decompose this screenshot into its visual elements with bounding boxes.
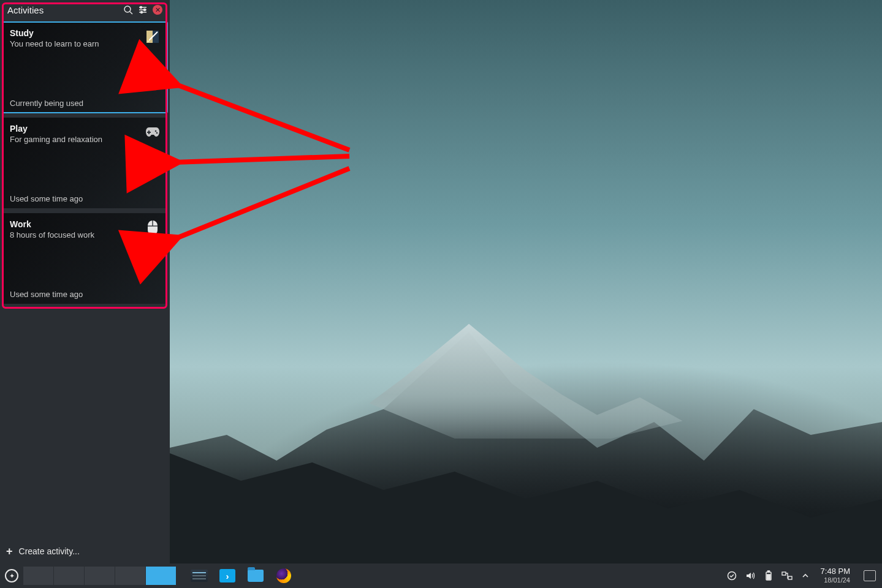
svg-point-5 — [140, 7, 142, 9]
pencil-icon — [144, 28, 161, 45]
virtual-desktop-2[interactable] — [54, 567, 85, 585]
svg-rect-25 — [767, 571, 769, 572]
activities-list: Study You need to learn to earn Currentl… — [0, 20, 170, 311]
taskbar-launchers: › — [189, 567, 294, 585]
virtual-desktop-5[interactable] — [146, 567, 177, 585]
virtual-desktops-pager — [23, 567, 177, 585]
svg-rect-26 — [767, 575, 770, 579]
mouse-icon — [144, 219, 161, 236]
activities-sidebar: Activities ✕ Study You need to learn to … — [0, 0, 170, 564]
virtual-desktop-4[interactable] — [115, 567, 146, 585]
activities-title: Activities — [5, 5, 121, 15]
desktop-wallpaper[interactable] — [170, 0, 882, 564]
activity-title: Play — [10, 124, 160, 134]
svg-point-15 — [156, 132, 158, 134]
start-button[interactable] — [2, 567, 21, 585]
folder-icon — [248, 570, 264, 582]
close-icon[interactable]: ✕ — [150, 2, 165, 17]
activity-card-work[interactable]: Work 8 hours of focused work Used some t… — [2, 213, 167, 304]
virtual-desktop-3[interactable] — [85, 567, 115, 585]
activities-header: Activities ✕ — [0, 0, 170, 20]
activity-title: Work — [10, 219, 160, 229]
system-tray: 7:48 PM 18/01/24 — [726, 567, 880, 584]
svg-point-0 — [124, 6, 131, 12]
svg-rect-9 — [153, 31, 159, 43]
launcher-firefox[interactable] — [273, 567, 294, 585]
svg-point-7 — [141, 12, 143, 13]
system-settings-icon — [191, 570, 208, 582]
updates-icon[interactable] — [726, 570, 737, 581]
activity-desc: You need to learn to earn — [10, 39, 160, 48]
activity-desc: 8 hours of focused work — [10, 230, 160, 239]
virtual-desktop-1[interactable] — [23, 567, 54, 585]
activity-title: Study — [10, 28, 160, 38]
plus-icon: + — [6, 546, 13, 557]
svg-point-14 — [155, 130, 157, 132]
taskbar: › 7:48 PM 18/01/24 — [0, 564, 882, 588]
svg-marker-23 — [747, 573, 751, 579]
activity-status: Used some time ago — [10, 290, 160, 299]
activity-status: Currently being used — [10, 99, 160, 108]
svg-line-1 — [130, 12, 132, 14]
volume-icon[interactable] — [745, 570, 756, 581]
settings-icon[interactable] — [135, 2, 150, 17]
create-activity-label: Create activity... — [19, 546, 80, 556]
firefox-icon — [276, 568, 291, 583]
svg-rect-27 — [782, 572, 786, 575]
svg-rect-13 — [147, 132, 151, 133]
clock[interactable]: 7:48 PM 18/01/24 — [821, 567, 850, 584]
search-icon[interactable] — [121, 2, 135, 17]
show-desktop-button[interactable] — [864, 570, 876, 581]
launcher-system-settings[interactable] — [189, 567, 210, 585]
gamepad-icon — [144, 124, 161, 141]
launcher-files[interactable] — [245, 567, 266, 585]
activity-desc: For gaming and relaxation — [10, 135, 160, 144]
svg-point-6 — [144, 9, 146, 11]
discover-icon: › — [219, 569, 235, 582]
activity-status: Used some time ago — [10, 194, 160, 203]
clock-date: 18/01/24 — [821, 576, 850, 584]
activity-card-study[interactable]: Study You need to learn to earn Currentl… — [2, 22, 167, 113]
create-activity-button[interactable]: + Create activity... — [0, 539, 170, 564]
battery-icon[interactable] — [763, 570, 774, 581]
tray-expand-icon[interactable] — [800, 570, 811, 581]
launcher-discover[interactable]: › — [217, 567, 238, 585]
clock-time: 7:48 PM — [821, 567, 850, 576]
svg-rect-28 — [788, 576, 792, 579]
activity-card-play[interactable]: Play For gaming and relaxation Used some… — [2, 118, 167, 208]
kubuntu-logo-icon — [5, 569, 18, 582]
network-icon[interactable] — [781, 570, 793, 581]
